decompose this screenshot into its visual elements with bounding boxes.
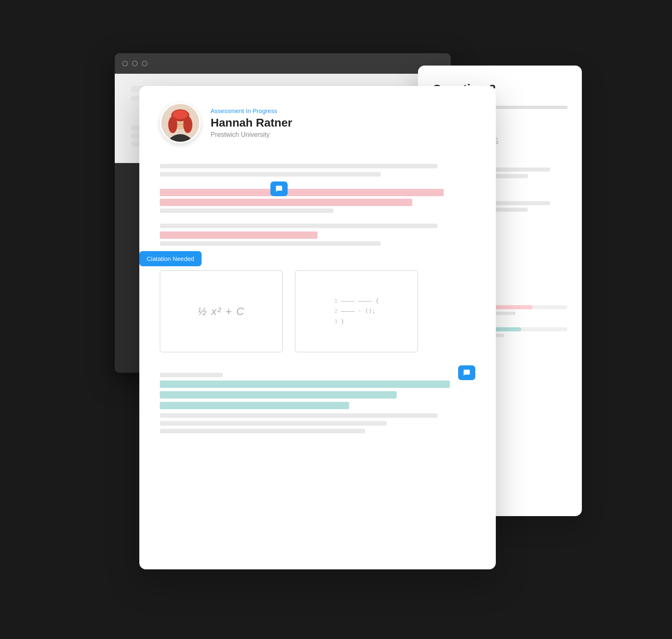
highlighted-block: Ciatation Needed (160, 189, 475, 246)
main-card: Assessment In Progress Hannah Ratner Pre… (139, 86, 496, 569)
skeleton-line (160, 373, 223, 377)
titlebar-dot-2 (132, 61, 138, 66)
skeleton-line (160, 241, 381, 246)
green-highlight-row (160, 381, 450, 388)
green-highlight-row (160, 391, 397, 399)
skeleton-line (160, 224, 438, 228)
skeleton-line (160, 164, 438, 168)
card-header: Assessment In Progress Hannah Ratner Pre… (139, 86, 496, 156)
citation-text: Ciatation Needed (147, 255, 194, 262)
avatar-image (161, 104, 199, 142)
green-highlight-row (160, 402, 349, 409)
university-name: Prestwich University (211, 131, 292, 138)
code-line-1: 1 ―――― ―――― { (334, 296, 379, 306)
code-line-2: 2 ―――― · (); (334, 306, 379, 316)
header-info: Assessment In Progress Hannah Ratner Pre… (211, 107, 292, 139)
pink-highlight-row (160, 231, 318, 239)
green-section (160, 373, 475, 433)
citation-tooltip: Ciatation Needed (139, 251, 202, 266)
titlebar-dot-3 (142, 61, 148, 66)
skeleton-line (160, 429, 365, 433)
titlebar (115, 53, 451, 74)
handwriting-section: ½ x² + C 1 ―――― ―――― { 2 ―――― · (); (160, 270, 475, 352)
svg-point-5 (183, 116, 192, 133)
content-section-top (160, 164, 475, 177)
assessment-status: Assessment In Progress (211, 107, 292, 114)
math-box: ½ x² + C (160, 270, 283, 352)
chat-icon-2 (463, 369, 470, 376)
skeleton-line (160, 421, 387, 426)
card-body: Ciatation Needed ½ x² + C 1 ―――― ―――― { (139, 156, 496, 454)
skeleton-line (160, 413, 438, 418)
scene: Assessment In Progress Hannah Ratner Pre… (90, 53, 582, 586)
skeleton-line (160, 172, 381, 177)
comment-button-2[interactable] (458, 365, 475, 380)
chat-icon (275, 185, 283, 193)
svg-point-4 (168, 116, 177, 133)
comment-button-1[interactable] (270, 181, 288, 196)
code-box: 1 ―――― ―――― { 2 ―――― · (); 3 } (295, 270, 418, 352)
pink-highlight-row (160, 199, 412, 206)
titlebar-dot-1 (122, 61, 128, 66)
code-line-3: 3 } (334, 317, 379, 327)
student-name: Hannah Ratner (211, 116, 292, 130)
svg-point-6 (173, 110, 188, 119)
code-content: 1 ―――― ―――― { 2 ―――― · (); 3 } (334, 296, 379, 327)
avatar (160, 102, 201, 143)
skeleton-line (160, 208, 334, 213)
pink-highlight-row (160, 189, 444, 196)
math-content: ½ x² + C (198, 305, 245, 318)
